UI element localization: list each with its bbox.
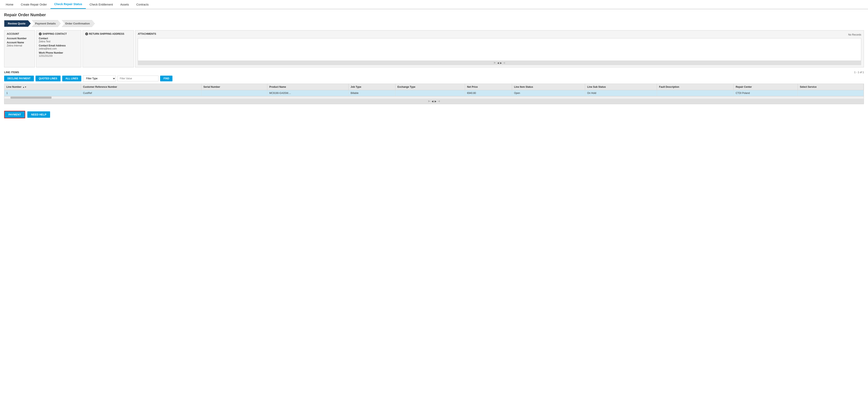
line-items-title: LINE ITEMS (4, 71, 19, 74)
line-items-table: Line Number ▲▼ Customer Reference Number… (4, 84, 864, 96)
account-name-label: Account Name (7, 41, 32, 44)
main-content: Repair Order Number Review Quote Payment… (0, 9, 868, 108)
col-repair-center[interactable]: Repair Center (734, 84, 798, 90)
table-prev-icon[interactable]: ◀ (432, 100, 433, 103)
shipping-info-icon: i (39, 32, 42, 35)
nav-item-check-repair-status[interactable]: Check Repair Status (51, 0, 86, 9)
contact-email-value: zebra@test.com (39, 47, 79, 50)
col-fault-description[interactable]: Fault Description (657, 84, 734, 90)
cell-exchange-type (395, 90, 465, 96)
table-last-icon[interactable]: ⊣ (438, 100, 440, 103)
return-shipping-panel: i RETURN SHIPPING ADDRESS (83, 30, 134, 67)
nav-item-assets[interactable]: Assets (117, 0, 133, 9)
col-product-name[interactable]: Product Name (267, 84, 348, 90)
wizard-step-payment-details[interactable]: Payment Details (32, 20, 61, 27)
cell-repair-center: CTDI Poland (734, 90, 798, 96)
table-first-icon[interactable]: ⊢ (428, 100, 430, 103)
col-serial-number[interactable]: Serial Number (201, 84, 267, 90)
col-line-number[interactable]: Line Number ▲▼ (4, 84, 81, 90)
attach-last-icon[interactable]: ⊣ (503, 62, 505, 64)
shipping-header-label: SHIPPING CONTACT (42, 32, 67, 35)
work-phone-label: Work Phone Number (39, 51, 79, 54)
account-header-label: ACCOUNT (7, 32, 19, 35)
panels-row: ACCOUNT Account Number Account Name Zebr… (4, 30, 864, 67)
line-items-table-container: Line Number ▲▼ Customer Reference Number… (4, 84, 864, 104)
all-lines-button[interactable]: ALL LINES (62, 76, 82, 81)
cell-product-name: MC9190-GA0SW.... (267, 90, 348, 96)
need-help-button[interactable]: NEED HELP (27, 111, 50, 118)
table-row[interactable]: 1 CustRef MC9190-GA0SW.... Billable €840… (4, 90, 864, 96)
contact-email-label: Contact Email Address (39, 44, 79, 47)
line-items-toolbar: DECLINE PAYMENT QUOTED LINES ALL LINES F… (4, 76, 864, 82)
table-next-icon[interactable]: ▶ (435, 100, 436, 103)
line-items-header: LINE ITEMS 1 - 1 of 1 (4, 71, 864, 74)
attachments-box (138, 38, 861, 61)
account-number-label: Account Number (7, 37, 32, 40)
page-title: Repair Order Number (4, 12, 864, 17)
table-footer: ⊢ ◀ ▶ ⊣ (4, 99, 864, 104)
payment-button[interactable]: PAYMENT (4, 111, 25, 118)
cell-customer-ref: CustRef (81, 90, 201, 96)
account-panel-header: ACCOUNT (7, 32, 32, 35)
contact-label: Contact (39, 37, 79, 40)
attachments-footer: ⊢ ◀ ▶ ⊣ (138, 61, 861, 65)
return-info-icon: i (85, 32, 88, 35)
cell-net-price: €840.80 (465, 90, 512, 96)
decline-payment-button[interactable]: DECLINE PAYMENT (4, 76, 34, 81)
sort-line-number-icon: ▲▼ (23, 86, 27, 88)
pagination-info: 1 - 1 of 1 (854, 71, 864, 74)
col-line-sub-status[interactable]: Line Sub Status (585, 84, 657, 90)
account-panel: ACCOUNT Account Number Account Name Zebr… (4, 30, 35, 67)
shipping-panel: i SHIPPING CONTACT Contact Zebra Test Co… (36, 30, 81, 67)
wizard-step-order-confirmation[interactable]: Order Confirmation (62, 20, 95, 27)
cell-line-number: 1 (4, 90, 81, 96)
scroll-thumb[interactable] (10, 96, 52, 99)
nav-item-home[interactable]: Home (2, 0, 17, 9)
col-net-price[interactable]: Net Price (465, 84, 512, 90)
col-exchange-type[interactable]: Exchange Type (395, 84, 465, 90)
attachments-no-records: No Records (848, 33, 861, 36)
filter-type-select[interactable]: Filter Type (83, 76, 116, 82)
account-name-value: Zebra Internal (7, 44, 32, 47)
col-job-type[interactable]: Job Type (348, 84, 395, 90)
return-panel-header: i RETURN SHIPPING ADDRESS (85, 32, 131, 35)
table-header-row: Line Number ▲▼ Customer Reference Number… (4, 84, 864, 90)
attachments-panel: ATTACHMENTS No Records ⊢ ◀ ▶ ⊣ (135, 30, 864, 67)
attach-next-icon[interactable]: ▶ (500, 62, 502, 64)
nav-bar: Home Create Repair Order Check Repair St… (0, 0, 868, 9)
quoted-lines-button[interactable]: QUOTED LINES (35, 76, 61, 81)
col-select-service[interactable]: Select Service (798, 84, 864, 90)
cell-line-item-status: Open (512, 90, 585, 96)
horizontal-scrollbar[interactable] (4, 96, 864, 99)
cell-job-type: Billable (348, 90, 395, 96)
attach-prev-icon[interactable]: ◀ (497, 62, 499, 64)
wizard-step-review-quote[interactable]: Review Quote (4, 20, 31, 27)
cell-line-sub-status: On Hold (585, 90, 657, 96)
nav-item-check-entitlement[interactable]: Check Entitlement (86, 0, 117, 9)
nav-item-create-repair-order[interactable]: Create Repair Order (17, 0, 51, 9)
col-customer-ref[interactable]: Customer Reference Number (81, 84, 201, 90)
attachments-top: ATTACHMENTS No Records (138, 32, 861, 37)
attachments-header: ATTACHMENTS (138, 32, 156, 35)
col-line-item-status[interactable]: Line Item Status (512, 84, 585, 90)
cell-select-service (798, 90, 864, 96)
return-header-label: RETURN SHIPPING ADDRESS (89, 32, 124, 35)
bottom-bar: PAYMENT NEED HELP (0, 108, 868, 122)
work-phone-value: 1231231233 (39, 54, 79, 57)
filter-value-input[interactable] (118, 76, 158, 81)
contact-value: Zebra Test (39, 40, 79, 43)
find-button[interactable]: FIND (160, 76, 173, 81)
cell-fault-description (657, 90, 734, 96)
shipping-panel-header: i SHIPPING CONTACT (39, 32, 79, 35)
nav-item-contracts[interactable]: Contracts (133, 0, 152, 9)
wizard-steps: Review Quote Payment Details Order Confi… (4, 20, 864, 27)
cell-serial-number (201, 90, 267, 96)
attach-first-icon[interactable]: ⊢ (494, 62, 496, 64)
